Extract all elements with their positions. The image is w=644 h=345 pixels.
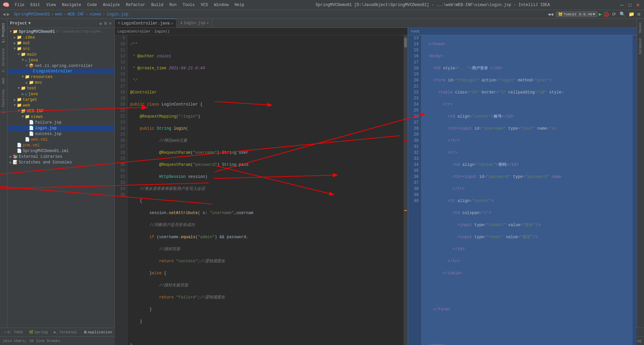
tab-loginjsp[interactable]: J login.jsp ✕ (177, 19, 212, 27)
tree-scratches[interactable]: ▶ 📝 Scratches and Consoles (7, 159, 114, 165)
project-tree[interactable]: ▼ 📁 SpringMVCDemo01 D:\JavaObject\Spring… (7, 28, 114, 328)
tree-out[interactable]: ▶ 📁 out (7, 40, 114, 46)
tree-arrow-web[interactable]: ▼ (13, 104, 17, 107)
tree-java2[interactable]: ▶ ☕ java (7, 91, 114, 97)
web-crumb[interactable]: web (55, 12, 62, 17)
minimize-button[interactable]: ─ (619, 2, 625, 8)
close-button[interactable]: ✕ (635, 2, 641, 8)
tree-web[interactable]: ▼ 📁 web (7, 102, 114, 108)
toolbar-icon-3[interactable]: 📁 (628, 11, 635, 17)
maximize-button[interactable]: □ (627, 2, 633, 8)
tree-logincontroller[interactable]: ▶ C LoginController (7, 69, 114, 74)
tree-arrow-src[interactable]: ▼ (13, 47, 17, 51)
tree-arrow-root[interactable]: ▼ (9, 30, 13, 33)
tree-java[interactable]: ▼ ☕ java (7, 57, 114, 63)
menu-file[interactable]: File (12, 2, 27, 8)
tree-resources[interactable]: ▼ 📁 resources (7, 74, 114, 80)
menu-edit[interactable]: Edit (28, 2, 43, 8)
tree-failure-jsp[interactable]: ▶ 📄 failure.jsp (7, 120, 114, 125)
tab-logincontroller[interactable]: C LoginController.java ✕ (115, 19, 177, 27)
tree-arrow-target[interactable]: ▶ (13, 98, 17, 102)
sidebar-database-tab[interactable]: Database (638, 36, 643, 57)
tree-webinf[interactable]: ▼ 📁 WEB-INF (7, 108, 114, 114)
tree-iml[interactable]: ▶ 📄 SpringMVCDemo01.iml (7, 148, 114, 154)
debug-button[interactable]: 🐞 (603, 11, 610, 18)
menu-run[interactable]: Run (167, 2, 179, 8)
terminal-tab[interactable]: ▶_ Terminal (51, 329, 79, 335)
sidebar-favorites-tab[interactable]: 2: Favorites (1, 86, 6, 116)
sidebar-maven-tab[interactable]: Maven (638, 20, 643, 36)
project-close-icon[interactable]: ✕ (109, 20, 112, 26)
menu-bar[interactable]: File Edit View Navigate Code Analyze Ref… (12, 2, 247, 8)
nav-back-icon[interactable]: ◀ (3, 11, 5, 17)
webinf-crumb[interactable]: WEB-INF (67, 12, 84, 17)
sidebar-structure-tab[interactable]: 2: Structure (1, 46, 6, 75)
tab-loginjsp-close[interactable]: ✕ (207, 21, 209, 25)
run-button[interactable]: ▶ (599, 11, 601, 17)
tree-pom-xml[interactable]: ▶ 📄 pom.xml (7, 142, 114, 148)
menu-code[interactable]: Code (85, 2, 100, 8)
tree-arrow-mvc[interactable]: ▶ (25, 81, 29, 85)
tree-arrow-test[interactable]: ▼ (17, 86, 21, 90)
project-collapse-icon[interactable]: ⬙ (99, 20, 102, 26)
todo-tab[interactable]: ✓ 6: TODO (1, 329, 25, 335)
tree-src[interactable]: ▼ 📁 src (7, 46, 114, 52)
jsp-editor-content[interactable]: 13141516 17181920 21222324 25262728 2930… (408, 35, 637, 345)
tree-arrow-java2[interactable]: ▶ (21, 92, 25, 96)
spring-tab[interactable]: 🌿 Spring (26, 329, 51, 335)
tree-arrow-idea[interactable]: ▶ (13, 36, 17, 40)
jsp-code[interactable]: </head> <body> <h3 style="...">用户登录 </h3… (421, 35, 633, 345)
tree-views[interactable]: ▼ 📁 views (7, 114, 114, 120)
tomcat-selector[interactable]: 🐱 Tomcat 9.0.40 ▼ (556, 11, 597, 17)
tree-arrow-scratches[interactable]: ▶ (9, 160, 13, 164)
tree-arrow-main[interactable]: ▼ (17, 53, 21, 56)
menu-build[interactable]: Build (149, 2, 166, 8)
tree-target[interactable]: ▶ 📁 target (7, 97, 114, 102)
window-controls[interactable]: ─ □ ✕ (619, 2, 641, 8)
tree-test[interactable]: ▼ 📁 test (7, 85, 114, 91)
navigation-arrows[interactable]: ◀ ▶ (3, 11, 10, 17)
toolbar-icon-2[interactable]: 🔍 (619, 11, 626, 17)
tree-root[interactable]: ▼ 📁 SpringMVCDemo01 D:\JavaObject\Spring… (7, 29, 114, 34)
tree-login-jsp[interactable]: ▶ 📄 login.jsp (7, 125, 114, 131)
java-editor-content[interactable]: 9101112 13141516 17181920 21222324 25262… (115, 35, 408, 345)
menu-refactor[interactable]: Refactor (123, 2, 148, 8)
tree-mvc[interactable]: ▶ 📁 mvc (7, 80, 114, 85)
file-crumb[interactable]: login.jsp (107, 12, 128, 17)
tree-arrow-views[interactable]: ▼ (21, 115, 25, 119)
tree-web-xml[interactable]: ▶ 📄 web.xml (7, 137, 114, 142)
tree-arrow-pkg[interactable]: ▼ (25, 64, 29, 68)
toolbar-icon-1[interactable]: ⟳ (611, 11, 617, 17)
project-settings-icon[interactable]: ⚙ (104, 20, 107, 26)
menu-window[interactable]: Window (211, 2, 231, 8)
tree-arrow-java[interactable]: ▼ (21, 58, 25, 62)
views-crumb[interactable]: views (90, 12, 102, 17)
menu-navigate[interactable]: Navigate (59, 2, 84, 8)
sidebar-web-tab[interactable]: Web (1, 75, 6, 86)
jsp-scrollbar[interactable] (633, 35, 637, 345)
menu-tools[interactable]: Tools (180, 2, 198, 8)
project-dropdown-icon[interactable]: ▼ (28, 21, 31, 26)
menu-help[interactable]: Help (232, 2, 247, 8)
menu-vcs[interactable]: VCS (198, 2, 211, 8)
tree-arrow-webinf[interactable]: ▼ (17, 109, 21, 113)
tree-main[interactable]: ▼ 📁 main (7, 52, 114, 57)
sidebar-project-tab[interactable]: 1: Project (1, 20, 6, 46)
toolbar-back-icon[interactable]: ◀◀ (547, 11, 554, 17)
toolbar-icon-4[interactable]: ⚙ (637, 11, 641, 17)
project-header-icons[interactable]: ⬙ ⚙ ✕ (99, 20, 112, 26)
menu-analyze[interactable]: Analyze (100, 2, 122, 8)
java-code[interactable]: /** * @author zoulei * @create_time 2021… (127, 35, 404, 345)
java-scrollbar[interactable] (404, 35, 408, 345)
tree-ext-libs[interactable]: ▶ 📚 External Libraries (7, 154, 114, 159)
tree-idea[interactable]: ▶ 📁 .idea (7, 34, 114, 40)
tomcat-dropdown-icon[interactable]: ▼ (593, 12, 595, 16)
status-chars[interactable]: 1014 chars, 39 line breaks (3, 339, 60, 343)
tree-package[interactable]: ▼ 📦 net.zl.spring.controller (7, 63, 114, 69)
menu-view[interactable]: View (44, 2, 59, 8)
tab-logincontroller-close[interactable]: ✕ (171, 21, 173, 25)
nav-forward-icon[interactable]: ▶ (7, 11, 9, 17)
tree-arrow-out[interactable]: ▶ (13, 41, 17, 45)
tree-success-jsp[interactable]: ▶ 📄 success.jsp (7, 131, 114, 137)
tree-arrow-extlibs[interactable]: ▶ (9, 155, 13, 159)
